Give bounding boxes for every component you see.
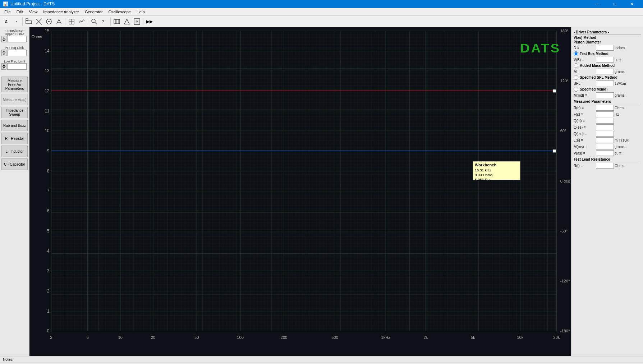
upper-z-input[interactable]: 15 Ohms <box>7 36 27 42</box>
mms-input[interactable]: 0 <box>596 144 614 149</box>
m-input[interactable]: 0 <box>596 69 614 74</box>
rt-input[interactable]: 0.5 <box>596 163 614 169</box>
low-freq-spinner[interactable]: ▲ ▼ <box>1 63 6 70</box>
vb-input[interactable]: 5 <box>596 57 614 63</box>
svg-marker-17 <box>124 19 129 24</box>
impedance-sweep-button[interactable]: Impedance Sweep <box>1 107 28 118</box>
l-inductor-button[interactable]: L - Inductor <box>1 146 28 157</box>
upper-z-down[interactable]: ▼ <box>1 39 6 42</box>
mmd-input[interactable]: 0 <box>596 92 614 98</box>
vas-label: V(as) = <box>574 151 595 155</box>
hi-freq-input[interactable]: 20 kHz <box>7 50 27 56</box>
right-panel: - Driver Parameters - V(as) Method Pisto… <box>571 27 643 356</box>
piston-diam-label: Piston Diameter <box>574 40 641 44</box>
re-input[interactable]: 0 <box>596 105 614 111</box>
vb-row: V(B) = 5 cu ft <box>574 57 641 63</box>
qms-row: Q(ms) = 0 <box>574 131 641 137</box>
upper-z-spinner[interactable]: ▲ ▼ <box>1 36 6 42</box>
qms-input[interactable]: 0 <box>596 131 614 137</box>
menu-help[interactable]: Help <box>134 8 148 16</box>
spl-input[interactable]: 0 <box>596 80 614 86</box>
low-freq-down[interactable]: ▼ <box>1 66 6 70</box>
toolbar-btn-4[interactable] <box>34 17 43 26</box>
svg-text:60°: 60° <box>560 129 566 133</box>
toolbar-btn-13[interactable]: M <box>132 17 142 26</box>
menu-file[interactable]: File <box>1 8 14 16</box>
menu-generator[interactable]: Generator <box>82 8 106 16</box>
menu-view[interactable]: View <box>26 8 41 16</box>
maximize-button[interactable]: □ <box>606 0 623 8</box>
chart-svg: 15 14 13 12 11 10 9 8 7 6 5 4 3 2 1 0 Oh… <box>29 27 571 356</box>
hi-freq-down[interactable]: ▼ <box>1 53 6 56</box>
svg-text:11: 11 <box>45 109 50 114</box>
svg-text:DATS: DATS <box>520 41 561 55</box>
toolbar-wave[interactable]: ~ <box>12 17 21 26</box>
toolbar-separator-3 <box>88 18 88 26</box>
svg-text:200: 200 <box>281 335 288 340</box>
hi-freq-spinner[interactable]: ▲ ▼ <box>1 50 6 56</box>
toolbar-btn-8[interactable] <box>77 17 86 26</box>
c-capacitor-button[interactable]: C - Capacitor <box>1 158 28 170</box>
driver-params-title: - Driver Parameters - <box>574 30 641 35</box>
svg-point-5 <box>48 21 50 22</box>
svg-text:10: 10 <box>45 128 50 133</box>
re-unit: Ohms <box>615 106 624 110</box>
svg-text:180°: 180° <box>560 29 569 33</box>
measure-vas-button[interactable]: Measure V(as) <box>1 94 28 105</box>
svg-text:5k: 5k <box>471 335 475 340</box>
menu-impedance-analyzer[interactable]: Impedance Analyzer <box>40 8 82 16</box>
menu-edit[interactable]: Edit <box>14 8 26 16</box>
svg-text:5.953 Deg: 5.953 Deg <box>475 178 492 181</box>
le-input[interactable]: 0 <box>596 137 614 143</box>
toolbar-btn-9[interactable] <box>89 17 99 26</box>
hi-freq-up[interactable]: ▲ <box>1 50 6 53</box>
test-box-radio[interactable] <box>574 51 578 56</box>
toolbar-btn-12[interactable] <box>122 17 132 26</box>
specified-mmd-radio[interactable] <box>574 87 578 92</box>
vas-input[interactable]: 0 <box>596 150 614 156</box>
low-freq-up[interactable]: ▲ <box>1 63 6 66</box>
specified-mmd-label: Specified M(md) <box>580 87 607 91</box>
minimize-button[interactable]: ─ <box>589 0 606 8</box>
low-freq-section: Low Freq Limit ▲ ▼ 2 Hz <box>1 60 28 70</box>
svg-text:12: 12 <box>45 88 50 93</box>
svg-text:4: 4 <box>47 249 50 254</box>
low-freq-input[interactable]: 2 Hz <box>7 63 27 70</box>
toolbar-btn-5[interactable] <box>44 17 54 26</box>
toolbar-btn-more[interactable]: ▶▶ <box>145 17 154 26</box>
d-input[interactable]: 0 <box>596 45 614 51</box>
fs-input[interactable]: 0 <box>596 111 614 117</box>
svg-text:9: 9 <box>47 148 50 153</box>
measure-free-air-button[interactable]: Measure Free-Air Parameters <box>1 77 28 92</box>
toolbar-btn-3[interactable] <box>24 17 33 26</box>
impedance-label: - Impedance - <box>1 29 28 32</box>
qts-input[interactable]: 0 <box>596 118 614 124</box>
svg-text:100: 100 <box>237 335 244 340</box>
svg-text:14: 14 <box>45 49 50 54</box>
fs-label: F(s) = <box>574 112 595 116</box>
rub-buzz-button[interactable]: Rub and Buzz <box>1 120 28 131</box>
specified-spl-radio[interactable] <box>574 75 578 80</box>
svg-text:16.31 kHz: 16.31 kHz <box>475 168 491 172</box>
svg-text:2: 2 <box>47 289 50 294</box>
toolbar-btn-11[interactable] <box>112 17 121 26</box>
toolbar-btn-7[interactable] <box>67 17 76 26</box>
toolbar-btn-6[interactable] <box>54 17 64 26</box>
svg-text:10: 10 <box>118 335 123 340</box>
close-button[interactable]: ✕ <box>624 0 640 8</box>
svg-text:-60°: -60° <box>560 229 568 233</box>
r-resistor-button[interactable]: R - Resistor <box>1 133 28 144</box>
statusbar: Ready Impedance: Workbench CAP NUM SCRL <box>0 363 643 364</box>
menu-oscilloscope[interactable]: Oscilloscope <box>106 8 134 16</box>
qes-input[interactable]: 0 <box>596 124 614 130</box>
added-mass-radio[interactable] <box>574 63 578 68</box>
svg-text:13: 13 <box>45 68 50 73</box>
toolbar-btn-10[interactable]: ? <box>100 17 109 26</box>
svg-rect-1 <box>26 19 28 20</box>
upper-z-row: ▲ ▼ 15 Ohms <box>1 36 28 42</box>
upper-z-up[interactable]: ▲ <box>1 36 6 39</box>
spl-unit: 1W/1m <box>615 82 626 86</box>
svg-text:5: 5 <box>87 335 89 340</box>
svg-point-10 <box>92 19 95 23</box>
toolbar-z[interactable]: Z <box>1 17 11 26</box>
